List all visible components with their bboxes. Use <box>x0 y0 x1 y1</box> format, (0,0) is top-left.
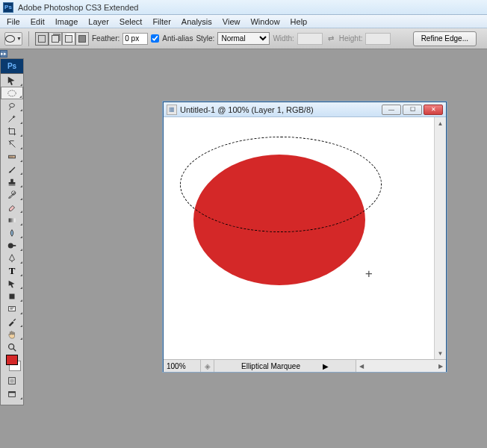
width-input <box>297 33 323 45</box>
svg-point-11 <box>10 379 13 382</box>
close-button[interactable]: ✕ <box>424 105 443 115</box>
svg-rect-13 <box>9 391 16 393</box>
menu-help[interactable]: Help <box>285 16 313 28</box>
options-bar: ▼ Feather: Anti-alias Style: Normal Widt… <box>0 28 487 49</box>
selection-subtract-icon[interactable] <box>62 32 75 46</box>
selection-new-icon[interactable] <box>35 32 49 46</box>
zoom-tool-icon[interactable] <box>1 340 23 353</box>
selection-intersect-icon[interactable] <box>75 32 89 46</box>
marquee-tool-icon[interactable] <box>1 87 23 99</box>
menu-edit[interactable]: Edit <box>25 16 50 28</box>
eraser-tool-icon[interactable] <box>1 201 23 214</box>
scroll-left-icon[interactable]: ◀ <box>356 363 367 370</box>
swap-dims-icon: ⇄ <box>326 34 336 44</box>
document-titlebar[interactable]: ▦ Untitled-1 @ 100% (Layer 1, RGB/8) — ☐… <box>164 102 446 117</box>
screen-modes <box>1 373 23 402</box>
style-select[interactable]: Normal <box>217 32 270 45</box>
status-info[interactable]: Elliptical Marquee▶ <box>214 360 356 372</box>
refine-edge-button[interactable]: Refine Edge... <box>413 31 477 46</box>
scroll-right-icon[interactable]: ▶ <box>435 363 446 370</box>
selection-mode-group <box>35 32 89 46</box>
width-label: Width: <box>273 34 294 43</box>
app-titlebar: Ps Adobe Photoshop CS3 Extended <box>0 0 487 15</box>
crop-tool-icon[interactable] <box>1 125 23 137</box>
maximize-button[interactable]: ☐ <box>403 105 422 115</box>
tool-preset-icon[interactable]: ▼ <box>4 32 22 46</box>
app-logo-icon: Ps <box>3 2 13 13</box>
feather-input[interactable] <box>122 33 148 45</box>
menu-image[interactable]: Image <box>50 16 84 28</box>
menu-filter[interactable]: Filter <box>147 16 176 28</box>
status-disclosure-icon[interactable]: ◈ <box>201 360 214 372</box>
menu-window[interactable]: Window <box>245 16 285 28</box>
move-tool-icon[interactable] <box>1 74 23 87</box>
vertical-scrollbar[interactable]: ▲ ▼ <box>434 117 446 359</box>
svg-rect-6 <box>13 245 16 246</box>
svg-rect-4 <box>9 218 16 222</box>
svg-point-5 <box>8 243 13 248</box>
antialias-label: Anti-alias <box>162 34 193 43</box>
quickmask-icon[interactable] <box>1 374 23 387</box>
marquee-selection <box>180 137 382 232</box>
zoom-level[interactable]: 100% <box>164 360 201 372</box>
tools-collapse-handle[interactable]: ▸▸ <box>0 50 7 57</box>
menu-analysis[interactable]: Analysis <box>176 16 217 28</box>
menu-view[interactable]: View <box>217 16 246 28</box>
svg-point-9 <box>9 343 14 349</box>
type-tool-icon[interactable]: T <box>1 264 23 277</box>
selection-add-icon[interactable] <box>49 32 62 46</box>
hand-tool-icon[interactable] <box>1 328 23 340</box>
notes-tool-icon[interactable] <box>1 302 23 315</box>
menu-bar: File Edit Image Layer Select Filter Anal… <box>0 15 487 28</box>
svg-rect-7 <box>10 293 15 299</box>
blur-tool-icon[interactable] <box>1 226 23 239</box>
menu-layer[interactable]: Layer <box>83 16 114 28</box>
path-select-icon[interactable] <box>1 277 23 290</box>
svg-point-0 <box>8 90 16 96</box>
canvas[interactable]: + <box>164 117 434 359</box>
menu-select[interactable]: Select <box>114 16 148 28</box>
screenmode-icon[interactable] <box>1 388 23 400</box>
crosshair-cursor-icon: + <box>365 267 373 281</box>
brush-tool-icon[interactable] <box>1 163 23 175</box>
wand-tool-icon[interactable] <box>1 112 23 125</box>
document-icon: ▦ <box>167 105 177 115</box>
slice-tool-icon[interactable] <box>1 137 23 150</box>
height-label: Height: <box>339 34 363 43</box>
dodge-tool-icon[interactable] <box>1 239 23 252</box>
gradient-tool-icon[interactable] <box>1 214 23 226</box>
tools-palette: Ps T <box>0 58 24 405</box>
svg-point-3 <box>11 156 12 157</box>
app-title: Adobe Photoshop CS3 Extended <box>18 3 138 12</box>
document-window: ▦ Untitled-1 @ 100% (Layer 1, RGB/8) — ☐… <box>163 102 447 372</box>
svg-point-2 <box>10 156 10 157</box>
tools-header-icon: Ps <box>1 59 23 74</box>
stamp-tool-icon[interactable] <box>1 175 23 188</box>
scroll-up-icon[interactable]: ▲ <box>435 117 446 129</box>
lasso-tool-icon[interactable] <box>1 99 23 112</box>
color-swatches[interactable] <box>1 353 23 373</box>
foreground-swatch[interactable] <box>6 355 18 365</box>
scroll-down-icon[interactable]: ▼ <box>435 347 446 359</box>
height-input <box>365 33 391 45</box>
menu-file[interactable]: File <box>1 16 25 28</box>
eyedropper-tool-icon[interactable] <box>1 315 23 328</box>
antialias-checkbox[interactable] <box>151 34 159 43</box>
shape-tool-icon[interactable] <box>1 290 23 302</box>
document-statusbar: 100% ◈ Elliptical Marquee▶ ◀ ▶ <box>164 359 446 372</box>
pen-tool-icon[interactable] <box>1 252 23 264</box>
style-label: Style: <box>196 34 214 43</box>
document-title: Untitled-1 @ 100% (Layer 1, RGB/8) <box>180 105 314 114</box>
minimize-button[interactable]: — <box>382 105 401 115</box>
feather-label: Feather: <box>92 34 120 43</box>
horizontal-scrollbar[interactable]: ◀ ▶ <box>356 360 446 372</box>
history-brush-icon[interactable] <box>1 188 23 201</box>
heal-tool-icon[interactable] <box>1 150 23 163</box>
